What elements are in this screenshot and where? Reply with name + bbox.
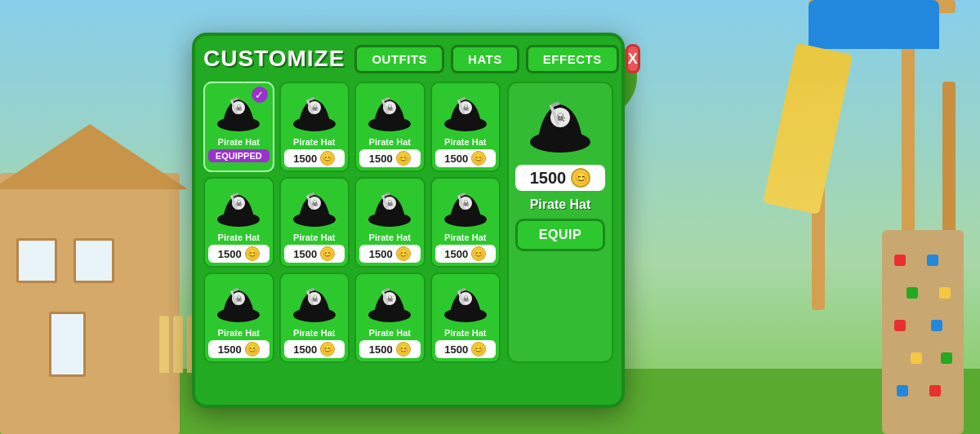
side-currency-icon: 😊 xyxy=(571,168,590,188)
currency-icon-5: 😊 xyxy=(320,246,335,261)
equip-button[interactable]: EQUIP xyxy=(515,219,605,251)
grid-item-7[interactable]: ☠ Pirate Hat 1500 😊 xyxy=(430,177,501,268)
item-name-0: Pirate Hat xyxy=(218,137,260,147)
item-icon-9: ☠ xyxy=(288,282,341,326)
side-item-icon: ☠ xyxy=(523,93,597,158)
item-price-row-3: 1500 😊 xyxy=(435,149,497,167)
item-price-row-7: 1500 😊 xyxy=(435,245,497,263)
item-name-9: Pirate Hat xyxy=(293,328,335,338)
currency-icon-2: 😊 xyxy=(396,151,411,166)
item-icon-6: ☠ xyxy=(363,187,416,231)
bg-house xyxy=(0,173,180,434)
item-name-6: Pirate Hat xyxy=(369,232,411,242)
item-price-2: 1500 xyxy=(369,153,393,165)
side-price-row: 1500 😊 xyxy=(515,165,605,191)
item-name-8: Pirate Hat xyxy=(218,328,260,338)
item-name-11: Pirate Hat xyxy=(444,328,486,338)
tab-effects[interactable]: EFFECTS xyxy=(526,45,619,73)
currency-icon-9: 😊 xyxy=(320,342,335,356)
item-price-11: 1500 xyxy=(444,343,468,356)
grid-item-11[interactable]: ☠ Pirate Hat 1500 😊 xyxy=(430,272,501,363)
grid-item-4[interactable]: ☠ Pirate Hat 1500 😊 xyxy=(203,177,274,268)
currency-icon-6: 😊 xyxy=(396,246,411,261)
item-name-4: Pirate Hat xyxy=(218,232,260,242)
grid-item-0[interactable]: ✓ ☠ Pirate Hat EQUIPPED xyxy=(203,82,274,172)
panel-content: ✓ ☠ Pirate Hat EQUIPPED xyxy=(203,82,613,363)
grid-item-6[interactable]: ☠ Pirate Hat 1500 😊 xyxy=(354,177,425,268)
item-price-10: 1500 xyxy=(369,343,393,356)
item-name-7: Pirate Hat xyxy=(444,232,486,242)
item-icon-4: ☠ xyxy=(212,187,265,231)
playground xyxy=(751,0,980,434)
equipped-check-icon: ✓ xyxy=(252,86,268,103)
item-name-5: Pirate Hat xyxy=(293,232,335,242)
item-icon-5: ☠ xyxy=(288,187,341,231)
item-price-1: 1500 xyxy=(293,153,317,165)
item-price-3: 1500 xyxy=(444,153,468,165)
item-name-10: Pirate Hat xyxy=(369,328,411,338)
currency-icon-4: 😊 xyxy=(245,246,260,261)
grid-item-10[interactable]: ☠ Pirate Hat 1500 😊 xyxy=(354,272,425,363)
item-icon-11: ☠ xyxy=(439,282,492,326)
grid-item-5[interactable]: ☠ Pirate Hat 1500 😊 xyxy=(279,177,350,268)
item-price-row-10: 1500 😊 xyxy=(359,340,421,358)
item-price-row-9: 1500 😊 xyxy=(284,340,345,358)
currency-icon-8: 😊 xyxy=(245,342,260,356)
item-icon-3: ☠ xyxy=(439,91,492,135)
item-name-2: Pirate Hat xyxy=(369,137,411,147)
currency-icon-3: 😊 xyxy=(471,151,486,166)
item-price-7: 1500 xyxy=(444,248,468,260)
item-price-row-11: 1500 😊 xyxy=(435,340,497,358)
items-grid: ✓ ☠ Pirate Hat EQUIPPED xyxy=(203,82,501,363)
side-price: 1500 xyxy=(530,169,567,188)
item-icon-7: ☠ xyxy=(439,187,492,231)
grid-item-3[interactable]: ☠ Pirate Hat 1500 😊 xyxy=(430,82,501,172)
item-name-1: Pirate Hat xyxy=(293,137,335,147)
tab-hats[interactable]: HATS xyxy=(451,45,519,73)
side-item-name: Pirate Hat xyxy=(530,197,591,212)
item-icon-2: ☠ xyxy=(363,91,416,135)
item-icon-10: ☠ xyxy=(363,282,416,326)
item-price-4: 1500 xyxy=(218,248,242,260)
grid-item-2[interactable]: ☠ Pirate Hat 1500 😊 xyxy=(354,82,425,172)
item-price-row-8: 1500 😊 xyxy=(208,340,270,358)
item-price-row-2: 1500 😊 xyxy=(359,149,421,167)
currency-icon-7: 😊 xyxy=(471,246,486,261)
currency-icon-10: 😊 xyxy=(396,342,411,356)
currency-icon-11: 😊 xyxy=(471,342,486,356)
close-button[interactable]: X xyxy=(626,44,640,73)
grid-item-8[interactable]: ☠ Pirate Hat 1500 😊 xyxy=(203,272,274,363)
house-window-left xyxy=(16,238,57,283)
item-price-row-6: 1500 😊 xyxy=(359,245,421,263)
item-icon-1: ☠ xyxy=(288,91,341,135)
item-name-3: Pirate Hat xyxy=(444,137,486,147)
house-door xyxy=(49,312,86,377)
equipped-badge: EQUIPPED xyxy=(208,149,270,162)
item-price-5: 1500 xyxy=(293,248,317,260)
item-price-row-1: 1500 😊 xyxy=(284,149,345,167)
house-window-right xyxy=(74,238,114,283)
grid-item-9[interactable]: ☠ Pirate Hat 1500 😊 xyxy=(279,272,350,363)
item-price-row-4: 1500 😊 xyxy=(208,245,270,263)
item-price-9: 1500 xyxy=(293,343,317,356)
grid-item-1[interactable]: ☠ Pirate Hat 1500 😊 xyxy=(279,82,350,172)
currency-icon-1: 😊 xyxy=(320,151,335,166)
item-price-8: 1500 xyxy=(218,343,242,356)
panel-header: CUSTOMIZE OUTFITS HATS EFFECTS X xyxy=(203,44,613,73)
item-price-6: 1500 xyxy=(369,248,393,260)
tab-outfits[interactable]: OUTFITS xyxy=(354,45,444,73)
item-price-row-5: 1500 😊 xyxy=(284,245,345,263)
panel-title: CUSTOMIZE xyxy=(203,46,345,72)
item-icon-8: ☠ xyxy=(212,282,265,326)
side-detail-panel: ☠ 1500 😊 Pirate Hat EQUIP xyxy=(507,82,613,363)
customize-panel: CUSTOMIZE OUTFITS HATS EFFECTS X ✓ ☠ xyxy=(192,33,625,408)
